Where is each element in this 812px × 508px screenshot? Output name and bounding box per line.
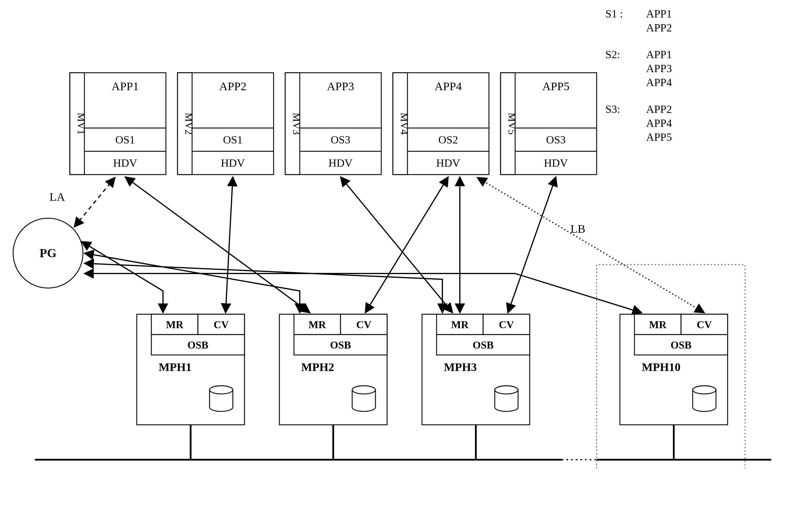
mph1-cv: CV xyxy=(214,319,229,331)
legend-s3-item-0: APP2 xyxy=(646,103,672,115)
legend-s3-label: S3: xyxy=(605,103,620,115)
mph3-osb: OSB xyxy=(473,339,494,351)
mph1-mr: MR xyxy=(166,319,184,331)
mph3-mr: MR xyxy=(451,319,469,331)
arrow-pg-mph3 xyxy=(84,263,442,313)
mv1-hdv: HDV xyxy=(113,157,137,169)
mv-block-3: MV3 APP3 OS3 HDV xyxy=(285,73,381,175)
mph-block-2: MR CV OSB MPH2 xyxy=(279,314,387,425)
mph-block-10: MR CV OSB MPH10 xyxy=(620,314,728,425)
mv2-hdv: HDV xyxy=(221,157,245,169)
legend-s2-item-2: APP4 xyxy=(646,76,672,88)
mv5-label: MV5 xyxy=(506,113,518,135)
legend-s2-item-0: APP1 xyxy=(646,48,672,60)
legend-s2-label: S2: xyxy=(605,48,620,60)
legend-s1-item-0: APP1 xyxy=(646,8,672,20)
svg-point-38 xyxy=(495,386,518,394)
disk-icon xyxy=(693,386,716,411)
arrow-la xyxy=(74,177,115,227)
mph1-osb: OSB xyxy=(188,339,208,351)
mph1-name: MPH1 xyxy=(159,361,192,374)
mv4-label: MV4 xyxy=(398,113,410,135)
arrow-mv2-mph1 xyxy=(226,177,233,313)
mv4-os: OS2 xyxy=(438,133,458,146)
mv5-hdv: HDV xyxy=(544,157,568,169)
mph2-cv: CV xyxy=(356,319,371,331)
mv3-hdv: HDV xyxy=(329,157,353,169)
mv3-app: APP3 xyxy=(327,80,354,93)
mph10-name: MPH10 xyxy=(642,361,681,374)
mv4-app: APP4 xyxy=(435,80,461,93)
mv-block-4: MV4 APP4 OS2 HDV xyxy=(393,73,489,175)
mv1-app: APP1 xyxy=(112,80,138,93)
mph10-cv: CV xyxy=(697,319,712,331)
mph-block-3: MR CV OSB MPH3 xyxy=(422,314,530,425)
architecture-diagram: S1 : APP1 APP2 S2: APP1 APP3 APP4 S3: AP… xyxy=(0,0,812,508)
mv3-os: OS3 xyxy=(331,133,351,146)
mv-block-5: MV5 APP5 OS3 HDV xyxy=(500,73,597,175)
mph-row: MR CV OSB MPH1 MR CV OSB MPH2 xyxy=(137,314,728,425)
mv-block-2: MV2 APP2 OS1 HDV xyxy=(177,73,274,175)
mv1-label: MV1 xyxy=(75,113,87,135)
mv-row: MV1 APP1 OS1 HDV MV2 APP2 OS1 HDV MV3 AP… xyxy=(70,73,597,175)
mv2-label: MV2 xyxy=(183,113,195,135)
mv1-os: OS1 xyxy=(115,133,135,146)
lb-label: LB xyxy=(570,222,585,236)
arrows xyxy=(74,177,704,313)
mph2-name: MPH2 xyxy=(301,361,334,374)
mv2-os: OS1 xyxy=(223,133,243,146)
pg-label: PG xyxy=(40,246,56,260)
legend-s1-label: S1 : xyxy=(605,8,623,20)
mph2-mr: MR xyxy=(309,319,326,331)
arrow-pg-mph10 xyxy=(84,273,642,313)
arrow-lb xyxy=(477,177,704,313)
svg-point-32 xyxy=(352,386,375,394)
arrow-pg-mph1 xyxy=(81,242,163,313)
mv5-os: OS3 xyxy=(546,133,566,146)
legend-s3-item-1: APP4 xyxy=(646,117,672,129)
disk-icon xyxy=(495,386,518,411)
disk-icon xyxy=(352,386,375,411)
mph10-mr: MR xyxy=(649,319,667,331)
legend-s3-item-2: APP5 xyxy=(646,131,672,143)
pg-node: PG xyxy=(13,218,83,288)
mph3-cv: CV xyxy=(499,319,514,331)
network-bus xyxy=(35,425,771,460)
arrow-pg-mph2 xyxy=(84,253,300,313)
arrow-mv5-mph3 xyxy=(508,177,556,313)
mph-block-1: MR CV OSB MPH1 xyxy=(137,314,244,425)
mph10-osb: OSB xyxy=(671,339,691,351)
legend-s1-item-1: APP2 xyxy=(646,22,672,34)
arrow-mv1-mph2 xyxy=(125,177,310,313)
mv-block-1: MV1 APP1 OS1 HDV xyxy=(70,73,166,175)
svg-point-44 xyxy=(693,386,716,394)
mv2-app: APP2 xyxy=(219,80,246,93)
mv4-hdv: HDV xyxy=(436,157,460,169)
mv3-label: MV3 xyxy=(291,113,302,135)
disk-icon xyxy=(209,386,233,411)
legend-s2-item-1: APP3 xyxy=(646,62,672,75)
mph3-name: MPH3 xyxy=(444,361,477,374)
svg-point-26 xyxy=(209,386,233,394)
mph2-osb: OSB xyxy=(330,339,351,351)
mv5-app: APP5 xyxy=(542,80,569,93)
legend: S1 : APP1 APP2 S2: APP1 APP3 APP4 S3: AP… xyxy=(605,8,672,143)
la-label: LA xyxy=(49,190,65,203)
